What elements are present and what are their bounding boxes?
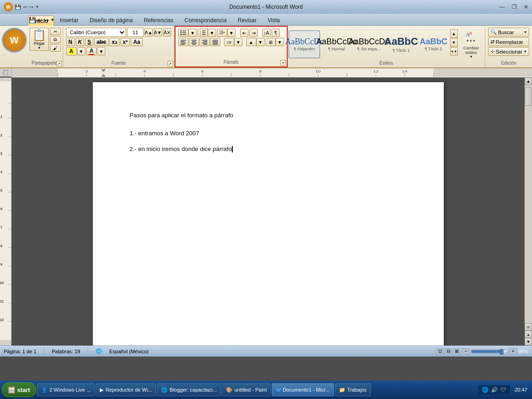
- shading-btn[interactable]: ▲: [246, 38, 256, 46]
- style-titulo1[interactable]: AaBbC ¶ Título 1: [386, 30, 417, 58]
- font-size-input[interactable]: [127, 28, 144, 37]
- qa-redo[interactable]: ↪: [44, 17, 49, 24]
- taskbar-paint[interactable]: 🎨 untitled - Paint: [222, 383, 271, 396]
- font-selector[interactable]: Calibri (Cuerpo): [66, 28, 126, 37]
- decrease-indent-btn[interactable]: ⇤: [240, 29, 248, 37]
- qa-dropdown[interactable]: ▼: [50, 18, 54, 22]
- reemplazar-btn[interactable]: ⇄ Reemplazar: [488, 37, 529, 46]
- taskbar-reproductor[interactable]: ▶ Reproductor de Wi...: [96, 383, 156, 396]
- font-color-btn[interactable]: A: [86, 47, 97, 55]
- zoom-handle[interactable]: [500, 349, 503, 355]
- view-web[interactable]: ⊠: [453, 348, 460, 355]
- scroll-page-up[interactable]: ◎: [525, 323, 532, 331]
- tab-vista[interactable]: Vista: [262, 15, 285, 25]
- copiar-button[interactable]: ⧉: [50, 36, 61, 43]
- zoom-bar[interactable]: [471, 350, 508, 353]
- increase-indent-btn[interactable]: ⇥: [249, 29, 258, 37]
- pegar-dropdown[interactable]: ▼: [38, 46, 41, 49]
- underline-button[interactable]: S: [85, 38, 93, 46]
- justify-btn[interactable]: [210, 38, 220, 46]
- scroll-obj-down[interactable]: ▼: [525, 338, 532, 345]
- numbered-btn[interactable]: 1.2.3.: [198, 29, 208, 37]
- tray-security[interactable]: 🛡: [500, 386, 507, 393]
- vertical-scrollbar[interactable]: ▲ ◎ ▲ ▼: [525, 78, 532, 345]
- office-button[interactable]: W: [2, 28, 27, 53]
- zoom-in-btn[interactable]: +: [509, 348, 517, 355]
- style-alejandro[interactable]: AaBbCcDc ¶ Alejandro: [289, 30, 320, 58]
- tab-diseño[interactable]: Diseño de página: [84, 15, 138, 25]
- font-grow-btn[interactable]: A▲: [145, 28, 153, 36]
- style-titulo2[interactable]: AaBbC ¶ Título 2: [418, 30, 449, 58]
- copiar-formato-button[interactable]: 🖌: [50, 44, 61, 52]
- highlight-btn[interactable]: A: [66, 47, 77, 55]
- quick-redo[interactable]: ↪: [29, 4, 33, 10]
- subscript-button[interactable]: x₂: [109, 38, 120, 46]
- style-normal[interactable]: AaBbCcDc ¶ Normal: [321, 30, 352, 58]
- style-sin-espacio[interactable]: AaBbCcDc ¶ Sin espa...: [353, 30, 385, 58]
- estilos-scroll-more[interactable]: ▼▼: [450, 47, 458, 55]
- shading-dropdown[interactable]: ▼: [256, 38, 265, 46]
- taskbar-trabajos[interactable]: 📁 Trabajos: [335, 383, 371, 396]
- case-button[interactable]: Aa: [131, 38, 142, 46]
- minimize-btn[interactable]: —: [496, 0, 508, 14]
- taskbar-blogger[interactable]: 🌐 Blogger: capacitaci...: [157, 383, 221, 396]
- scroll-thumb[interactable]: [525, 87, 532, 106]
- portapapeles-expand[interactable]: ↗: [56, 61, 62, 66]
- estilos-scroll-down[interactable]: ▼: [450, 38, 458, 47]
- tab-correspondencia[interactable]: Correspondencia: [179, 15, 232, 25]
- bold-button[interactable]: N: [66, 38, 75, 46]
- multilevel-btn[interactable]: [217, 29, 227, 37]
- scroll-obj-up[interactable]: ▲: [525, 331, 532, 338]
- fuente-expand[interactable]: ↗: [168, 61, 173, 66]
- zoom-out-btn[interactable]: −: [462, 348, 470, 355]
- seleccionar-btn[interactable]: ⊹ Seleccionar ▼: [488, 47, 529, 56]
- numbered-dropdown[interactable]: ▼: [208, 29, 216, 37]
- qa-undo[interactable]: ↩: [37, 17, 42, 24]
- cambiar-estilos-btn[interactable]: A a ✦✦✦ Cambiarestilos ▼: [459, 28, 484, 60]
- qa-save[interactable]: 💾: [29, 17, 36, 24]
- document-page[interactable]: Pasos para aplicar el formato a párrafo …: [93, 82, 444, 345]
- tab-revisar[interactable]: Revisar: [232, 15, 262, 25]
- buscar-btn[interactable]: 🔍 Buscar ▼: [488, 28, 529, 36]
- highlight-dropdown[interactable]: ▼: [77, 47, 85, 55]
- quick-undo[interactable]: ↩: [23, 4, 27, 10]
- borders-dropdown[interactable]: ▼: [276, 38, 284, 46]
- bullets-btn[interactable]: [178, 29, 188, 37]
- scroll-up-btn[interactable]: ▲: [525, 78, 532, 85]
- taskbar-word[interactable]: W Documento1 - Micr...: [272, 383, 334, 396]
- sort-btn[interactable]: ↕A: [262, 29, 271, 37]
- align-right-btn[interactable]: [200, 38, 210, 46]
- strikethrough-button[interactable]: abc: [94, 38, 109, 46]
- quick-save[interactable]: 💾: [15, 4, 21, 10]
- estilos-scroll-up[interactable]: ▲: [450, 30, 458, 38]
- font-color-dropdown[interactable]: ▼: [97, 47, 105, 55]
- line-spacing-dropdown[interactable]: ▼: [234, 38, 242, 46]
- show-marks-btn[interactable]: ¶: [272, 29, 280, 37]
- tray-network[interactable]: 🌐: [481, 386, 489, 393]
- cambiar-dropdown-arrow[interactable]: ▼: [470, 55, 473, 58]
- bullets-dropdown[interactable]: ▼: [188, 29, 197, 37]
- pegar-button[interactable]: 📋 Pegar ▼: [30, 28, 49, 51]
- view-fullscreen[interactable]: ⊟: [445, 348, 452, 355]
- close-btn[interactable]: ✕: [520, 0, 532, 14]
- restore-btn[interactable]: ❐: [508, 0, 520, 14]
- view-normal[interactable]: ⊡: [436, 348, 444, 355]
- scroll-track[interactable]: [525, 85, 532, 323]
- line-spacing-btn[interactable]: ↕≡: [224, 38, 234, 46]
- cortar-button[interactable]: ✂: [50, 28, 61, 35]
- borders-btn[interactable]: ⊞: [266, 38, 276, 46]
- align-left-btn[interactable]: [178, 38, 188, 46]
- italic-button[interactable]: K: [76, 38, 85, 46]
- taskbar-windows-live[interactable]: 👤 2 Windows Live ...: [37, 383, 95, 396]
- status-language[interactable]: Español (México): [109, 349, 149, 354]
- start-button[interactable]: 🪟 start: [2, 382, 36, 397]
- tray-volume[interactable]: 🔊: [490, 386, 498, 393]
- tab-insertar[interactable]: Insertar: [54, 15, 84, 25]
- quick-dropdown[interactable]: ▼: [35, 5, 39, 9]
- align-center-btn[interactable]: [189, 38, 199, 46]
- tab-referencias[interactable]: Referencias: [138, 15, 179, 25]
- font-shrink-btn[interactable]: A▼: [154, 28, 162, 36]
- parrafo-expand[interactable]: ↗: [280, 60, 286, 66]
- multilevel-dropdown[interactable]: ▼: [227, 29, 236, 37]
- superscript-button[interactable]: x²: [121, 38, 130, 46]
